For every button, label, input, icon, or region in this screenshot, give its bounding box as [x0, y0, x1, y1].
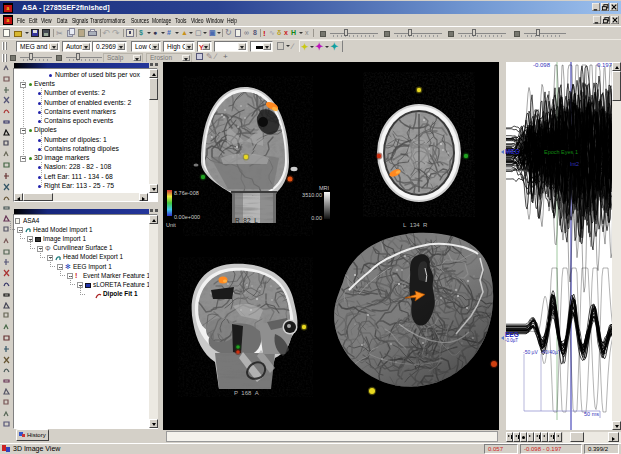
svg-text:3510.00: 3510.00: [302, 192, 322, 198]
svg-text:0.00: 0.00: [311, 215, 322, 221]
svg-text:Unit: Unit: [166, 222, 176, 228]
svg-text:0.00e+000: 0.00e+000: [174, 214, 200, 220]
svg-text:8.76e-008: 8.76e-008: [174, 190, 199, 196]
svg-text:L 134 R: L 134 R: [403, 222, 428, 228]
svg-text:MRI: MRI: [319, 185, 330, 191]
svg-text:P 168 A: P 168 A: [234, 390, 259, 396]
svg-text:R 82 L: R 82 L: [235, 217, 258, 224]
